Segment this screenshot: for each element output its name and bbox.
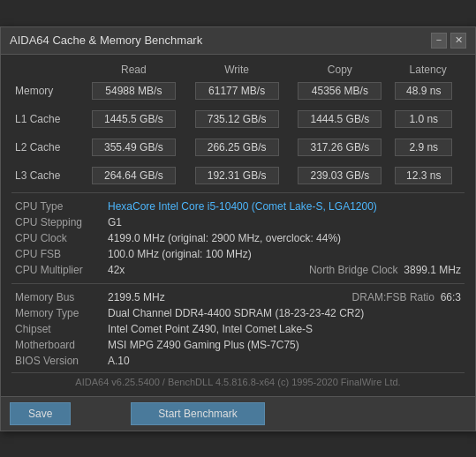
button-bar: Save Start Benchmark xyxy=(1,396,475,431)
cpu-clock-label: CPU Clock xyxy=(11,230,104,246)
window-controls: − ✕ xyxy=(431,33,466,49)
start-benchmark-button[interactable]: Start Benchmark xyxy=(131,402,264,425)
divider-1 xyxy=(11,192,465,193)
memory-bus-row: Memory Bus 2199.5 MHz DRAM:FSB Ratio 66:… xyxy=(11,289,465,305)
memory-type-value: Dual Channel DDR4-4400 SDRAM (18-23-23-4… xyxy=(104,305,465,321)
memory-type-label: Memory Type xyxy=(11,305,104,321)
bench-row-label: L3 Cache xyxy=(11,164,82,187)
cpu-fsb-label: CPU FSB xyxy=(11,246,104,262)
col-header-label xyxy=(11,62,82,79)
cpu-fsb-value: 100.0 MHz (original: 100 MHz) xyxy=(104,246,465,262)
content-area: Read Write Copy Latency Memory 54988 MB/… xyxy=(1,55,475,396)
table-row: Memory 54988 MB/s 61177 MB/s 45356 MB/s … xyxy=(11,79,465,102)
col-header-write: Write xyxy=(185,62,289,79)
title-bar: AIDA64 Cache & Memory Benchmark − ✕ xyxy=(1,27,475,55)
cpu-stepping-value: G1 xyxy=(104,214,465,230)
bench-copy-cell: 239.03 GB/s xyxy=(289,164,392,187)
cpu-type-row: CPU Type HexaCore Intel Core i5-10400 (C… xyxy=(11,199,465,214)
bios-value: A.10 xyxy=(104,353,465,369)
bios-label: BIOS Version xyxy=(11,353,104,369)
bench-write-cell: 735.12 GB/s xyxy=(185,108,289,131)
window-title: AIDA64 Cache & Memory Benchmark xyxy=(10,34,202,47)
cpu-multiplier-value: 42x xyxy=(104,262,152,278)
bench-write-cell: 192.31 GB/s xyxy=(185,164,289,187)
bench-copy-cell: 45356 MB/s xyxy=(289,79,392,102)
bench-latency-cell: 2.9 ns xyxy=(391,136,465,159)
chipset-row: Chipset Intel Comet Point Z490, Intel Co… xyxy=(11,321,465,337)
col-header-latency: Latency xyxy=(391,62,465,79)
bench-read-cell: 54988 MB/s xyxy=(82,79,185,102)
dram-fsb-value: 66:3 xyxy=(441,291,461,303)
cpu-clock-row: CPU Clock 4199.0 MHz (original: 2900 MHz… xyxy=(11,230,465,246)
memory-bus-label: Memory Bus xyxy=(11,289,104,305)
bench-copy-cell: 1444.5 GB/s xyxy=(289,108,392,131)
cpu-multiplier-label: CPU Multiplier xyxy=(11,262,104,278)
bench-latency-cell: 1.0 ns xyxy=(391,108,465,131)
table-row: L1 Cache 1445.5 GB/s 735.12 GB/s 1444.5 … xyxy=(11,108,465,131)
dram-fsb-label: DRAM:FSB Ratio xyxy=(352,291,434,303)
memory-info-table: Memory Bus 2199.5 MHz DRAM:FSB Ratio 66:… xyxy=(11,289,465,369)
memory-bus-value: 2199.5 MHz xyxy=(104,289,232,305)
col-header-copy: Copy xyxy=(289,62,392,79)
cpu-stepping-label: CPU Stepping xyxy=(11,214,104,230)
chipset-label: Chipset xyxy=(11,321,104,337)
cpu-stepping-row: CPU Stepping G1 xyxy=(11,214,465,230)
cpu-info-table: CPU Type HexaCore Intel Core i5-10400 (C… xyxy=(11,199,465,278)
table-row: L2 Cache 355.49 GB/s 266.25 GB/s 317.26 … xyxy=(11,136,465,159)
divider-2 xyxy=(11,283,465,284)
cpu-fsb-row: CPU FSB 100.0 MHz (original: 100 MHz) xyxy=(11,246,465,262)
chipset-value: Intel Comet Point Z490, Intel Comet Lake… xyxy=(104,321,465,337)
motherboard-value: MSI MPG Z490 Gaming Plus (MS-7C75) xyxy=(104,337,465,353)
bench-row-label: L1 Cache xyxy=(11,108,82,131)
cpu-clock-value: 4199.0 MHz (original: 2900 MHz, overcloc… xyxy=(104,230,465,246)
bios-row: BIOS Version A.10 xyxy=(11,353,465,369)
table-row: L3 Cache 264.64 GB/s 192.31 GB/s 239.03 … xyxy=(11,164,465,187)
bench-row-label: Memory xyxy=(11,79,82,102)
bench-latency-cell: 12.3 ns xyxy=(391,164,465,187)
bench-read-cell: 1445.5 GB/s xyxy=(82,108,185,131)
motherboard-label: Motherboard xyxy=(11,337,104,353)
north-bridge-value: 3899.1 MHz xyxy=(404,264,461,276)
north-bridge-label: North Bridge Clock xyxy=(309,264,398,276)
bench-write-cell: 61177 MB/s xyxy=(185,79,289,102)
col-header-read: Read xyxy=(82,62,185,79)
motherboard-row: Motherboard MSI MPG Z490 Gaming Plus (MS… xyxy=(11,337,465,353)
bench-copy-cell: 317.26 GB/s xyxy=(289,136,392,159)
cpu-type-label: CPU Type xyxy=(11,199,104,214)
cpu-multiplier-row: CPU Multiplier 42x North Bridge Clock 38… xyxy=(11,262,465,278)
memory-type-row: Memory Type Dual Channel DDR4-4400 SDRAM… xyxy=(11,305,465,321)
close-button[interactable]: ✕ xyxy=(450,33,466,49)
bench-write-cell: 266.25 GB/s xyxy=(185,136,289,159)
main-window: AIDA64 Cache & Memory Benchmark − ✕ Read… xyxy=(0,26,476,431)
bench-read-cell: 264.64 GB/s xyxy=(82,164,185,187)
bench-latency-cell: 48.9 ns xyxy=(391,79,465,102)
footer-text: AIDA64 v6.25.5400 / BenchDLL 4.5.816.8-x… xyxy=(11,372,465,393)
cpu-type-value: HexaCore Intel Core i5-10400 (Comet Lake… xyxy=(104,199,465,214)
benchmark-table: Read Write Copy Latency Memory 54988 MB/… xyxy=(11,62,465,187)
bench-row-label: L2 Cache xyxy=(11,136,82,159)
save-button[interactable]: Save xyxy=(10,402,71,425)
bench-read-cell: 355.49 GB/s xyxy=(82,136,185,159)
minimize-button[interactable]: − xyxy=(431,33,447,49)
